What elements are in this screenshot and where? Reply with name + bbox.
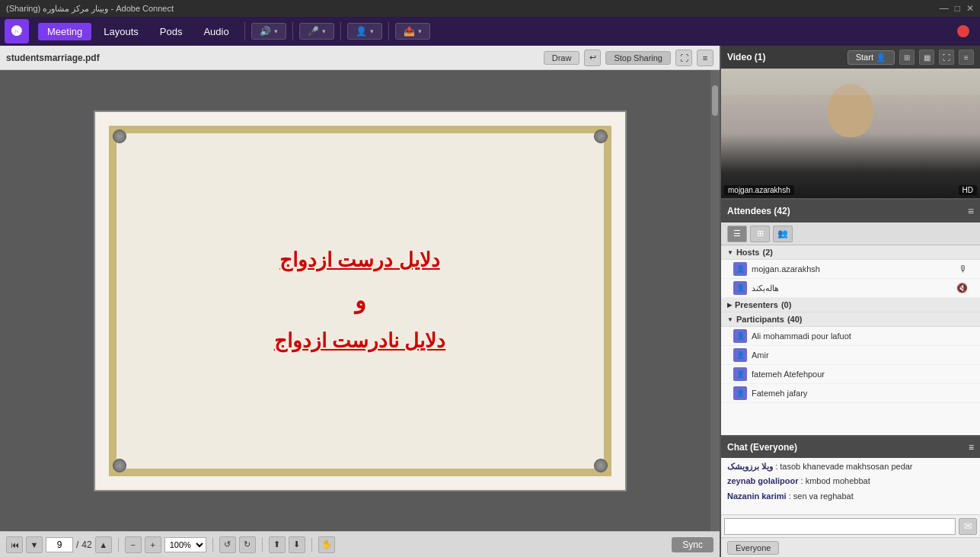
cam-icon: 👤	[356, 26, 367, 37]
chat-input-row: ✉	[721, 514, 980, 537]
pdf-zoom-out-btn[interactable]: −	[125, 536, 142, 553]
participant-item-1: 👤 Ali mohammadi pour lafuot	[721, 327, 980, 346]
pdf-nav: ⏮ ▼ / 42 ▲ − + 100% 75% 50% 125% 150% ↺ …	[0, 531, 720, 557]
video-title: Video (1)	[727, 52, 765, 62]
share-toolbar-btn[interactable]: 📤 ▾	[395, 23, 430, 40]
menu-item-meeting[interactable]: Meeting	[38, 23, 91, 40]
attendees-grid-view-btn[interactable]: ⊞	[750, 226, 770, 242]
chat-send-button[interactable]: ✉	[959, 518, 977, 535]
video-section: Video (1) Start 👤 ⊞ ▦ ⛶ ≡ mojgan.azarakh…	[721, 46, 980, 198]
video-layout-btn[interactable]: ▦	[919, 50, 934, 65]
chat-header: Chat (Everyone) ≡	[721, 437, 980, 458]
close-btn[interactable]: ✕	[966, 3, 974, 14]
share-icon: 📤	[404, 26, 415, 37]
nav-separator-2	[212, 538, 213, 552]
pdf-page-input[interactable]	[46, 537, 73, 552]
host-mic-icon-1: 🎙	[959, 264, 968, 274]
stop-sharing-button[interactable]: Stop Sharing	[605, 51, 671, 65]
participant-item-3: 👤 fatemeh Atefehpour	[721, 365, 980, 384]
hosts-section-header[interactable]: ▼ Hosts (2)	[721, 245, 980, 260]
nav-separator-1	[118, 538, 119, 552]
participant-avatar-4: 👤	[733, 386, 747, 400]
pdf-first-page-btn[interactable]: ⏮	[6, 536, 23, 553]
corner-pin-tl	[113, 130, 126, 143]
video-controls: Start 👤 ⊞ ▦ ⛶ ≡	[848, 50, 974, 65]
pdf-line-1: دلایل درست ازدواج	[279, 248, 439, 272]
chat-sender-3: Nazanin karimi	[727, 491, 787, 501]
participant-item-2: 👤 Amir	[721, 346, 980, 365]
pdf-zoom-select[interactable]: 100% 75% 50% 125% 150%	[164, 537, 206, 552]
menu-item-pods[interactable]: Pods	[151, 23, 192, 40]
hosts-count: (2)	[762, 248, 772, 257]
presenters-label: Presenters	[735, 300, 778, 309]
pdf-download-btn[interactable]: ⬇	[289, 536, 305, 553]
attendees-menu-icon[interactable]: ≡	[968, 205, 974, 217]
person-icon: 👤	[876, 53, 886, 62]
chat-footer: Everyone	[721, 537, 980, 557]
fullscreen-button[interactable]: ⛶	[675, 50, 692, 66]
host-name-1: mojgan.azarakhsh	[752, 264, 954, 274]
chat-text-2: : kmbod mohebbat	[801, 476, 870, 485]
maximize-btn[interactable]: □	[955, 3, 960, 14]
mic-toolbar-btn[interactable]: 🎤 ▾	[299, 23, 334, 40]
pdf-redo-btn[interactable]: ↻	[239, 536, 256, 553]
chat-everyone-btn[interactable]: Everyone	[727, 541, 779, 555]
chat-text-1: : tasob khanevade makhsosan pedar	[775, 462, 912, 471]
attendees-list-view-btn[interactable]: ☰	[727, 226, 747, 242]
menu-item-audio[interactable]: Audio	[194, 23, 238, 40]
pdf-scrollbar[interactable]	[710, 70, 720, 531]
pdf-zoom-in-btn[interactable]: +	[145, 536, 161, 553]
video-fullscreen-btn[interactable]: ⛶	[939, 50, 954, 65]
video-grid-btn[interactable]: ⊞	[899, 50, 915, 65]
pdf-container: دلایل درست ازدواج و دلایل نادرست ازدواج	[0, 70, 720, 531]
participants-section-header[interactable]: ▼ Participants (40)	[721, 312, 980, 327]
participants-collapse-icon: ▼	[727, 316, 733, 323]
pdf-prev-page-btn[interactable]: ▼	[26, 536, 43, 553]
pdf-next-page-btn[interactable]: ▲	[95, 536, 112, 553]
participant-avatar-1: 👤	[733, 329, 747, 343]
video-hd-badge: HD	[959, 185, 977, 195]
pdf-sync-btn[interactable]: Sync	[672, 537, 713, 552]
minimize-btn[interactable]: —	[940, 3, 949, 14]
main-layout: studentsmarriage.pdf Draw ↩ Stop Sharing…	[0, 46, 980, 557]
attendees-card-view-btn[interactable]: 👥	[773, 226, 793, 242]
chat-menu-icon[interactable]: ≡	[969, 442, 974, 453]
chat-text-3: : sen va reghabat	[789, 491, 854, 501]
titlebar-title: (Sharing) وبینار مرکز مشاوره - Adobe Con…	[6, 4, 174, 14]
sharing-menu-button[interactable]: ≡	[697, 50, 713, 66]
pdf-undo-btn[interactable]: ↺	[219, 536, 236, 553]
host-name-2: هاله‌بکند	[752, 283, 952, 293]
sharing-toolbar: studentsmarriage.pdf Draw ↩ Stop Sharing…	[0, 46, 720, 70]
pdf-inner: دلایل درست ازدواج و دلایل نادرست ازدواج	[109, 126, 611, 476]
video-feed: mojgan.azarakhsh HD	[721, 69, 980, 198]
draw-button[interactable]: Draw	[544, 51, 580, 65]
audio-toolbar-btn[interactable]: 🔊 ▾	[251, 23, 286, 40]
pdf-page-separator: /	[76, 539, 78, 550]
toolbar-separator-3	[340, 22, 341, 40]
nav-separator-4	[311, 538, 312, 552]
app-logo: 🅐	[5, 19, 29, 43]
cam-toolbar-btn[interactable]: 👤 ▾	[347, 23, 382, 40]
cam-chevron-icon: ▾	[370, 27, 374, 35]
pdf-total-pages: 42	[81, 539, 91, 550]
host-mic-icon-2: 🔇	[956, 283, 968, 293]
share-chevron-icon: ▾	[418, 27, 422, 35]
video-start-btn[interactable]: Start 👤	[848, 50, 895, 65]
attendees-title: Attendees (42)	[727, 206, 790, 216]
record-indicator	[957, 25, 969, 37]
chat-messages: ویلا برزویشک : tasob khanevade makhsosan…	[721, 458, 980, 514]
video-header: Video (1) Start 👤 ⊞ ▦ ⛶ ≡	[721, 46, 980, 69]
video-menu-btn[interactable]: ≡	[959, 50, 974, 65]
pointer-button[interactable]: ↩	[584, 50, 601, 66]
pdf-line-2: و	[355, 287, 366, 314]
participant-name-2: Amir	[752, 351, 968, 360]
menu-item-layouts[interactable]: Layouts	[94, 23, 148, 40]
toolbar-separator-4	[388, 22, 389, 40]
chat-input[interactable]	[724, 518, 956, 535]
pdf-pointer-btn[interactable]: ✋	[318, 536, 335, 553]
presenters-section-header[interactable]: ▶ Presenters (0)	[721, 298, 980, 312]
chat-message-3: Nazanin karimi : sen va reghabat	[727, 491, 974, 502]
participants-label: Participants	[736, 315, 784, 324]
pdf-upload-btn[interactable]: ⬆	[269, 536, 286, 553]
titlebar: (Sharing) وبینار مرکز مشاوره - Adobe Con…	[0, 0, 980, 17]
